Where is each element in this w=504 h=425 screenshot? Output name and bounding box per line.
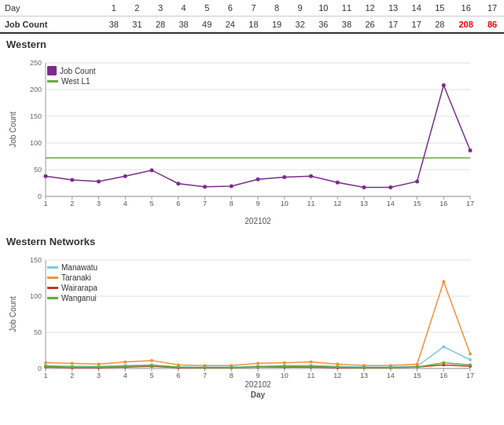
- svg-text:3: 3: [97, 372, 101, 379]
- svg-point-132: [44, 361, 47, 365]
- svg-point-59: [256, 178, 260, 181]
- day-15: 15: [429, 0, 452, 16]
- svg-text:Job Count: Job Count: [9, 296, 17, 332]
- svg-text:13: 13: [360, 200, 368, 207]
- job-count-label: Job Count: [0, 16, 102, 34]
- svg-point-136: [150, 359, 153, 362]
- val-13: 17: [381, 16, 405, 34]
- svg-point-66: [442, 83, 446, 87]
- legend-taranaki-swatch: [47, 277, 58, 279]
- svg-text:4: 4: [123, 372, 127, 379]
- svg-text:100: 100: [30, 139, 42, 147]
- val-14: 17: [405, 16, 429, 34]
- svg-text:11: 11: [307, 200, 315, 207]
- svg-point-174: [256, 365, 259, 368]
- western-networks-chart-container: Manawatu Taranaki Wairarapa Wanganui 050…: [0, 249, 504, 405]
- svg-point-140: [256, 362, 259, 365]
- svg-point-63: [362, 185, 366, 189]
- svg-point-57: [203, 185, 207, 189]
- svg-point-175: [283, 365, 286, 368]
- svg-point-146: [416, 362, 419, 365]
- svg-text:12: 12: [333, 200, 341, 207]
- svg-text:6: 6: [176, 372, 180, 379]
- svg-point-166: [44, 365, 47, 368]
- svg-text:100: 100: [30, 292, 42, 300]
- day-6: 6: [219, 0, 242, 16]
- legend-manawatu-swatch: [47, 266, 58, 269]
- val-1: 38: [102, 16, 126, 34]
- val-2: 31: [126, 16, 149, 34]
- svg-text:8: 8: [230, 200, 234, 207]
- val-6: 24: [219, 16, 242, 34]
- svg-point-53: [97, 179, 101, 183]
- val-8: 19: [265, 16, 289, 34]
- legend-west-l1-swatch: [47, 80, 58, 82]
- svg-point-173: [230, 366, 233, 369]
- day-16: 16: [451, 0, 480, 16]
- svg-text:16: 16: [440, 200, 447, 207]
- svg-point-143: [336, 362, 339, 365]
- svg-point-182: [469, 363, 472, 366]
- day-label: Day: [0, 0, 102, 16]
- svg-text:7: 7: [203, 372, 207, 379]
- day-7: 7: [242, 0, 266, 16]
- svg-text:10: 10: [281, 200, 289, 207]
- header-table: Day 1 2 3 4 5 6 7 8 9 10 11 12 13 14 15 …: [0, 0, 504, 34]
- svg-point-61: [309, 174, 313, 178]
- svg-text:2: 2: [70, 200, 74, 207]
- svg-text:Job Count: Job Count: [9, 112, 17, 148]
- svg-text:14: 14: [387, 372, 395, 379]
- svg-point-147: [442, 280, 445, 284]
- day-17: 17: [480, 0, 504, 16]
- svg-point-179: [389, 366, 392, 369]
- svg-point-67: [469, 148, 473, 152]
- svg-point-171: [177, 365, 180, 368]
- legend-job-count: Job Count: [47, 66, 96, 75]
- legend-wairarapa: Wairarapa: [47, 284, 97, 292]
- svg-text:2: 2: [70, 372, 74, 379]
- svg-text:202102: 202102: [245, 217, 271, 225]
- svg-text:15: 15: [413, 372, 421, 379]
- legend-wanganui: Wanganui: [47, 294, 97, 302]
- svg-text:150: 150: [30, 112, 42, 120]
- day-13: 13: [381, 0, 405, 16]
- svg-text:5: 5: [149, 372, 153, 379]
- svg-point-167: [71, 365, 74, 368]
- legend-wanganui-swatch: [47, 297, 58, 299]
- day-14: 14: [405, 0, 429, 16]
- day-header-row: Day 1 2 3 4 5 6 7 8 9 10 11 12 13 14 15 …: [0, 0, 504, 16]
- val-3: 28: [149, 16, 172, 34]
- day-2: 2: [126, 0, 149, 16]
- svg-text:3: 3: [97, 200, 101, 207]
- val-4: 38: [172, 16, 196, 34]
- legend-west-l1-label: West L1: [61, 77, 90, 86]
- svg-point-180: [416, 365, 419, 368]
- job-count-row: Job Count 38 31 28 38 49 24 18 19 32 36 …: [0, 16, 504, 34]
- svg-text:15: 15: [413, 200, 421, 207]
- svg-point-58: [230, 185, 234, 189]
- svg-point-178: [362, 366, 366, 369]
- val-10: 36: [311, 16, 335, 34]
- val-11: 38: [335, 16, 359, 34]
- svg-point-62: [336, 181, 340, 185]
- western-networks-title: Western Networks: [0, 231, 504, 249]
- svg-point-56: [176, 181, 180, 185]
- networks-legend: Manawatu Taranaki Wairarapa Wanganui: [47, 263, 97, 302]
- legend-wairarapa-label: Wairarapa: [61, 284, 97, 292]
- svg-text:16: 16: [440, 372, 447, 379]
- svg-text:50: 50: [34, 166, 42, 174]
- western-legend: Job Count West L1: [47, 66, 96, 86]
- svg-text:202102: 202102: [245, 380, 271, 389]
- legend-manawatu-label: Manawatu: [61, 263, 97, 272]
- legend-manawatu: Manawatu: [47, 263, 97, 272]
- svg-text:200: 200: [30, 86, 42, 93]
- svg-text:1: 1: [43, 200, 47, 207]
- svg-text:7: 7: [203, 200, 207, 207]
- val-7: 18: [242, 16, 266, 34]
- svg-point-141: [283, 361, 286, 365]
- western-title: Western: [0, 34, 504, 52]
- svg-text:11: 11: [307, 372, 315, 379]
- svg-point-181: [442, 361, 445, 365]
- day-11: 11: [335, 0, 359, 16]
- svg-point-170: [150, 364, 153, 367]
